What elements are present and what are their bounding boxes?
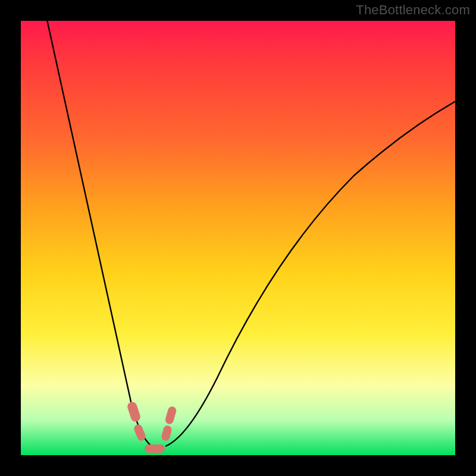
curve-right bbox=[165, 98, 455, 446]
marker-right-upper bbox=[164, 406, 177, 425]
chart-frame: TheBottleneck.com bbox=[0, 0, 476, 476]
marker-right-lower bbox=[161, 425, 173, 442]
bottleneck-curve bbox=[21, 21, 455, 455]
watermark-text: TheBottleneck.com bbox=[356, 2, 470, 18]
marker-bottom bbox=[145, 444, 165, 453]
curve-left bbox=[45, 21, 152, 446]
plot-area bbox=[21, 21, 455, 455]
marker-left-upper bbox=[126, 400, 142, 422]
